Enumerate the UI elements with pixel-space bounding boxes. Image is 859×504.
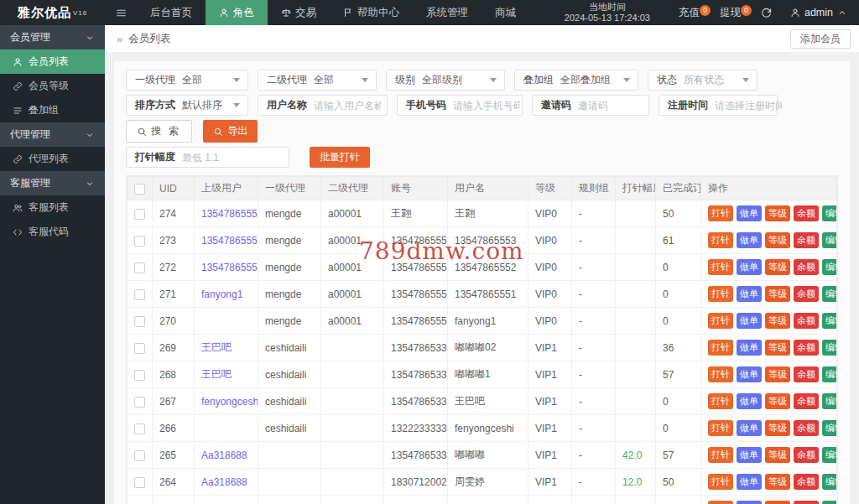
- row-checkbox[interactable]: [134, 423, 145, 434]
- action-button-余额[interactable]: 余额: [794, 366, 819, 382]
- action-button-等级[interactable]: 等级: [765, 447, 790, 462]
- action-button-等级[interactable]: 等级: [765, 286, 790, 301]
- parent-user-link[interactable]: 13547865551: [201, 262, 258, 273]
- sidebar-toggle-icon[interactable]: [105, 0, 137, 25]
- row-checkbox[interactable]: [134, 370, 145, 381]
- action-button-编辑[interactable]: 编辑: [822, 286, 837, 301]
- action-button-做单[interactable]: 做单: [737, 313, 762, 328]
- action-button-等级[interactable]: 等级: [765, 340, 790, 355]
- export-button[interactable]: 导出: [203, 120, 258, 143]
- action-button-做单[interactable]: 做单: [737, 232, 762, 247]
- sidebar-item-叠加组[interactable]: 叠加组: [0, 98, 105, 122]
- sidebar-item-代理列表[interactable]: 代理列表: [0, 147, 105, 171]
- action-button-做单[interactable]: 做单: [737, 501, 762, 504]
- refresh-icon[interactable]: [751, 8, 782, 18]
- row-checkbox[interactable]: [134, 450, 145, 461]
- top-menu-item-后台首页[interactable]: 后台首页: [137, 0, 206, 25]
- top-menu-item-系统管理[interactable]: 系统管理: [413, 0, 482, 25]
- filter-field-排序方式[interactable]: 排序方式默认排序: [126, 95, 248, 116]
- action-button-等级[interactable]: 等级: [765, 501, 790, 504]
- action-button-打针[interactable]: 打针: [708, 286, 733, 301]
- sidebar-item-客服代码[interactable]: 客服代码: [0, 220, 105, 244]
- action-button-编辑[interactable]: 编辑: [822, 393, 837, 408]
- action-button-余额[interactable]: 余额: [794, 340, 819, 355]
- top-menu-item-帮助中心[interactable]: 帮助中心: [330, 0, 413, 25]
- action-button-编辑[interactable]: 编辑: [822, 232, 837, 247]
- sidebar-group-代理管理[interactable]: 代理管理: [0, 122, 105, 147]
- filter-select-一级代理[interactable]: 一级代理全部: [126, 70, 248, 91]
- parent-user-link[interactable]: fanyong1: [201, 288, 242, 300]
- filter-select-状态[interactable]: 状态所有状态: [648, 70, 757, 91]
- batch-inject-button[interactable]: 批量打针: [310, 147, 370, 168]
- action-button-等级[interactable]: 等级: [765, 205, 790, 221]
- action-button-打针[interactable]: 打针: [708, 366, 733, 382]
- action-button-做单[interactable]: 做单: [737, 366, 762, 382]
- action-button-打针[interactable]: 打针: [708, 340, 733, 355]
- filter-input-用户名称[interactable]: [314, 96, 388, 114]
- row-checkbox[interactable]: [134, 262, 145, 273]
- top-menu-item-商城[interactable]: 商城: [482, 0, 529, 25]
- filter-input-手机号码[interactable]: [453, 96, 527, 114]
- sidebar-item-会员等级[interactable]: 会员等级: [0, 74, 105, 98]
- filter-select-叠加组[interactable]: 叠加组全部叠加组: [514, 70, 638, 91]
- action-button-余额[interactable]: 余额: [794, 393, 819, 408]
- top-menu-item-角色[interactable]: 角色: [206, 0, 268, 25]
- action-button-编辑[interactable]: 编辑: [822, 474, 837, 489]
- action-button-做单[interactable]: 做单: [737, 474, 762, 489]
- filter-input-邀请码[interactable]: [578, 96, 652, 114]
- top-menu-item-交易[interactable]: 交易: [268, 0, 330, 25]
- parent-user-link[interactable]: 王巴吧: [201, 341, 232, 353]
- action-button-编辑[interactable]: 编辑: [822, 501, 837, 504]
- action-button-打针[interactable]: 打针: [708, 259, 733, 274]
- action-button-做单[interactable]: 做单: [737, 447, 762, 462]
- row-checkbox[interactable]: [134, 316, 145, 327]
- action-button-编辑[interactable]: 编辑: [822, 313, 837, 328]
- parent-user-link[interactable]: 王巴吧: [201, 368, 232, 380]
- row-checkbox[interactable]: [134, 289, 145, 300]
- action-button-余额[interactable]: 余额: [794, 232, 819, 247]
- parent-user-link[interactable]: fenyongceshi: [201, 396, 258, 408]
- action-button-打针[interactable]: 打针: [708, 205, 733, 221]
- add-member-button[interactable]: 添加会员: [790, 29, 851, 49]
- parent-user-link[interactable]: Aa318688: [201, 476, 247, 488]
- action-button-编辑[interactable]: 编辑: [822, 447, 837, 462]
- parent-user-link[interactable]: 13547865552: [201, 235, 258, 247]
- action-button-打针[interactable]: 打针: [708, 501, 733, 504]
- filter-select-二级代理[interactable]: 二级代理全部: [258, 70, 377, 91]
- action-button-余额[interactable]: 余额: [794, 313, 819, 328]
- filter-input-注册时间[interactable]: [715, 96, 789, 114]
- action-button-打针[interactable]: 打针: [708, 447, 733, 462]
- sidebar-item-会员列表[interactable]: 会员列表: [0, 49, 105, 74]
- action-button-做单[interactable]: 做单: [737, 420, 762, 435]
- action-button-打针[interactable]: 打针: [708, 393, 733, 408]
- action-button-打针[interactable]: 打针: [708, 420, 733, 435]
- row-checkbox[interactable]: [134, 343, 145, 354]
- action-button-余额[interactable]: 余额: [794, 474, 819, 489]
- action-button-等级[interactable]: 等级: [765, 420, 790, 435]
- recharge-link[interactable]: 充值 0: [669, 6, 710, 20]
- inject-range-input[interactable]: [182, 148, 274, 166]
- action-button-做单[interactable]: 做单: [737, 393, 762, 408]
- action-button-等级[interactable]: 等级: [765, 259, 790, 274]
- action-button-编辑[interactable]: 编辑: [822, 205, 837, 221]
- action-button-做单[interactable]: 做单: [737, 259, 762, 274]
- action-button-等级[interactable]: 等级: [765, 366, 790, 382]
- action-button-编辑[interactable]: 编辑: [822, 340, 837, 355]
- action-button-余额[interactable]: 余额: [794, 286, 819, 301]
- action-button-做单[interactable]: 做单: [737, 340, 762, 355]
- admin-menu[interactable]: admin: [782, 7, 859, 18]
- row-checkbox[interactable]: [134, 397, 145, 408]
- sidebar-item-客服列表[interactable]: 客服列表: [0, 195, 105, 220]
- row-checkbox[interactable]: [134, 209, 145, 220]
- sidebar-group-客服管理[interactable]: 客服管理: [0, 171, 105, 195]
- action-button-余额[interactable]: 余额: [794, 259, 819, 274]
- action-button-等级[interactable]: 等级: [765, 232, 790, 247]
- withdraw-link[interactable]: 提现 0: [710, 6, 751, 20]
- action-button-余额[interactable]: 余额: [794, 205, 819, 221]
- action-button-余额[interactable]: 余额: [794, 447, 819, 462]
- action-button-余额[interactable]: 余额: [794, 420, 819, 435]
- action-button-余额[interactable]: 余额: [794, 501, 819, 504]
- row-checkbox[interactable]: [134, 236, 145, 247]
- action-button-编辑[interactable]: 编辑: [822, 259, 837, 274]
- action-button-做单[interactable]: 做单: [737, 205, 762, 221]
